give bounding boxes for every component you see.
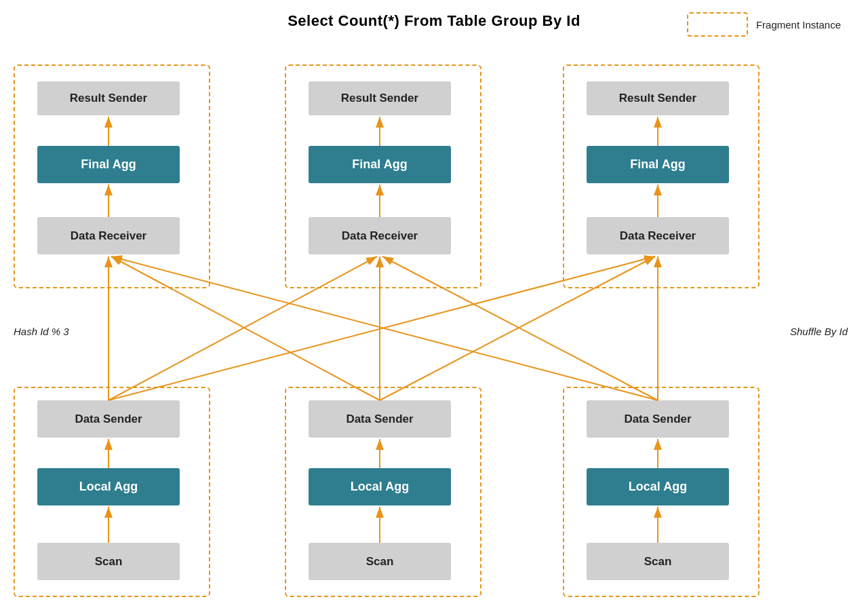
- scan-bottom-center: Scan: [309, 543, 451, 580]
- local-agg-bottom-right: Local Agg: [587, 468, 729, 505]
- final-agg-top-center: Final Agg: [309, 146, 451, 183]
- data-receiver-top-right: Data Receiver: [587, 217, 729, 254]
- final-agg-top-right: Final Agg: [587, 146, 729, 183]
- data-sender-bottom-right: Data Sender: [587, 400, 729, 438]
- hash-id-label: Hash Id % 3: [14, 326, 69, 337]
- result-sender-top-left: Result Sender: [37, 81, 180, 115]
- result-sender-top-right: Result Sender: [587, 81, 729, 115]
- scan-bottom-left: Scan: [37, 543, 180, 580]
- local-agg-bottom-center: Local Agg: [309, 468, 451, 505]
- legend: Fragment Instance: [687, 12, 841, 37]
- legend-label: Fragment Instance: [756, 19, 841, 31]
- data-sender-bottom-left: Data Sender: [37, 400, 180, 438]
- legend-box: [687, 12, 748, 37]
- data-receiver-top-left: Data Receiver: [37, 217, 180, 254]
- data-receiver-top-center: Data Receiver: [309, 217, 451, 254]
- shuffle-by-label: Shuffle By Id: [790, 326, 848, 337]
- result-sender-top-center: Result Sender: [309, 81, 451, 115]
- local-agg-bottom-left: Local Agg: [37, 468, 180, 505]
- final-agg-top-left: Final Agg: [37, 146, 180, 183]
- scan-bottom-right: Scan: [587, 543, 729, 580]
- data-sender-bottom-center: Data Sender: [309, 400, 451, 438]
